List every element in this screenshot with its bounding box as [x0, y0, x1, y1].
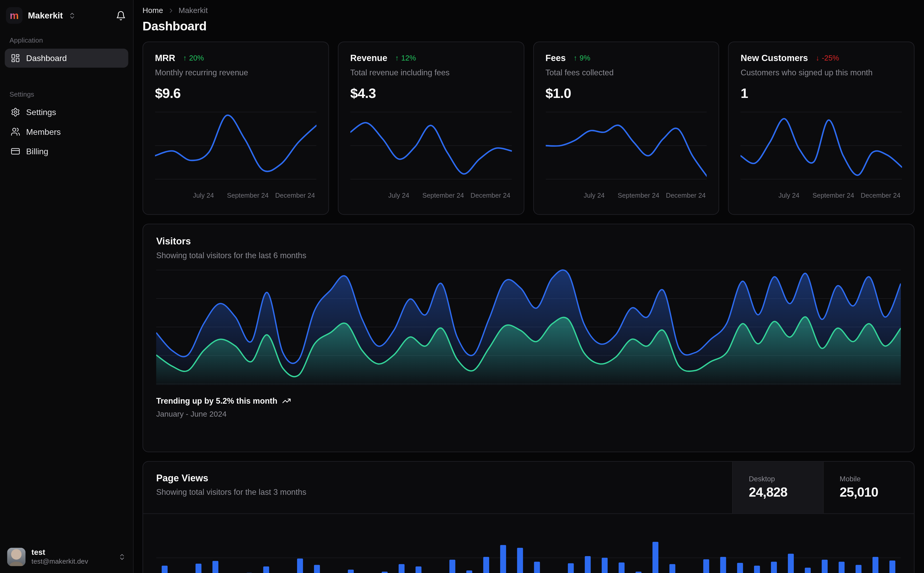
toggle-mobile-label: Mobile: [840, 475, 914, 483]
user-menu[interactable]: test test@makerkit.dev: [0, 540, 133, 573]
notifications-bell-icon[interactable]: [116, 10, 126, 20]
chevrons-up-down-icon: [68, 12, 76, 19]
users-icon: [11, 127, 20, 137]
page-views-titles: Page Views Showing total visitors for th…: [143, 462, 306, 513]
user-name: test: [31, 548, 88, 557]
user-email: test@makerkit.dev: [31, 557, 88, 566]
trend-badge: ↑20%: [183, 54, 204, 62]
stat-title: MRR: [155, 53, 175, 63]
trend-badge: ↓-25%: [816, 54, 839, 62]
chevron-right-icon: [167, 7, 174, 14]
stat-card-fees: Fees ↑9% Total fees collected $1.0 July …: [533, 42, 720, 215]
section-label-application: Application: [0, 30, 133, 48]
stat-card-new-customers: New Customers ↓-25% Customers who signed…: [728, 42, 915, 215]
visitors-footer-range: January - June 2024: [156, 409, 901, 418]
svg-text:July 24: July 24: [388, 192, 409, 199]
stat-subtitle: Customers who signed up this month: [741, 68, 902, 77]
stat-subtitle: Monthly recurring revenue: [155, 68, 316, 77]
page-views-subtitle: Showing total visitors for the last 3 mo…: [156, 488, 306, 496]
toggle-desktop[interactable]: Desktop 24,828: [732, 462, 823, 513]
arrow-up-icon: ↑: [573, 54, 577, 62]
page-views-chart-area: [143, 514, 914, 573]
gear-icon: [11, 108, 20, 117]
breadcrumb-current: Makerkit: [179, 6, 208, 15]
trend-badge: ↑12%: [395, 54, 416, 62]
stat-title: Revenue: [350, 53, 387, 63]
stat-title: Fees: [545, 53, 566, 63]
breadcrumb: Home Makerkit: [143, 6, 915, 15]
breadcrumb-home[interactable]: Home: [143, 6, 163, 15]
svg-text:July 24: July 24: [193, 192, 214, 199]
sidebar-item-label: Dashboard: [26, 53, 67, 63]
stat-subtitle: Total fees collected: [545, 68, 707, 77]
svg-text:December 24: December 24: [275, 192, 315, 199]
trending-up-icon: [282, 396, 291, 405]
svg-text:July 24: July 24: [583, 192, 604, 199]
page-views-bar-chart: [156, 515, 901, 573]
stat-value: $1.0: [545, 85, 707, 102]
toggle-desktop-value: 24,828: [749, 485, 823, 500]
user-info: test test@makerkit.dev: [31, 548, 88, 566]
sidebar-item-dashboard[interactable]: Dashboard: [5, 49, 128, 67]
svg-text:December 24: December 24: [666, 192, 705, 199]
toggle-mobile[interactable]: Mobile 25,010: [823, 462, 914, 513]
svg-text:September 24: September 24: [617, 192, 659, 199]
arrow-up-icon: ↑: [183, 54, 187, 62]
stat-value: $9.6: [155, 85, 316, 102]
toggle-mobile-value: 25,010: [840, 485, 914, 500]
sidebar-item-billing[interactable]: Billing: [5, 142, 128, 161]
new-customers-sparkline-chart: July 24September 24December 24: [741, 106, 902, 204]
stat-subtitle: Total revenue including fees: [350, 68, 511, 77]
arrow-up-icon: ↑: [395, 54, 399, 62]
visitors-footer-trend: Trending up by 5.2% this month: [156, 396, 901, 405]
svg-text:September 24: September 24: [227, 192, 268, 199]
section-label-settings: Settings: [0, 84, 133, 102]
arrow-down-icon: ↓: [816, 54, 819, 62]
stat-title: New Customers: [741, 53, 808, 63]
visitors-area-chart: [156, 269, 901, 385]
toggle-desktop-label: Desktop: [749, 475, 823, 483]
revenue-sparkline-chart: July 24September 24December 24: [350, 106, 511, 204]
stat-value: $4.3: [350, 85, 511, 102]
stat-cards-row: MRR ↑20% Monthly recurring revenue $9.6 …: [143, 42, 915, 215]
stat-card-mrr: MRR ↑20% Monthly recurring revenue $9.6 …: [143, 42, 329, 215]
sidebar-item-members[interactable]: Members: [5, 122, 128, 141]
svg-text:December 24: December 24: [471, 192, 510, 199]
trend-badge: ↑9%: [573, 54, 590, 62]
app: m Makerkit Application Dashboard Setting…: [0, 0, 924, 573]
svg-text:December 24: December 24: [861, 192, 900, 199]
page-views-title: Page Views: [156, 473, 306, 484]
spacer: [0, 68, 133, 84]
main-content: Home Makerkit Dashboard MRR ↑20% Monthly…: [134, 0, 924, 573]
visitors-title: Visitors: [156, 236, 901, 247]
sidebar-item-label: Settings: [26, 108, 56, 117]
visitors-subtitle: Showing total visitors for the last 6 mo…: [156, 251, 901, 260]
sidebar-item-settings[interactable]: Settings: [5, 103, 128, 122]
mrr-sparkline-chart: July 24September 24December 24: [155, 106, 316, 204]
sidebar: m Makerkit Application Dashboard Setting…: [0, 0, 133, 573]
svg-text:July 24: July 24: [778, 192, 800, 199]
page-views-card: Page Views Showing total visitors for th…: [143, 461, 915, 573]
credit-card-icon: [11, 147, 20, 156]
svg-text:September 24: September 24: [813, 192, 854, 199]
page-views-header: Page Views Showing total visitors for th…: [143, 462, 914, 514]
visitors-card: Visitors Showing total visitors for the …: [143, 224, 915, 452]
fees-sparkline-chart: July 24September 24December 24: [545, 106, 707, 204]
stat-value: 1: [741, 85, 902, 102]
user-avatar: [7, 548, 25, 566]
sidebar-item-label: Members: [26, 127, 61, 137]
stat-card-revenue: Revenue ↑12% Total revenue including fee…: [337, 42, 524, 215]
chevrons-up-down-icon: [118, 553, 126, 561]
workspace-switcher[interactable]: m Makerkit: [0, 0, 133, 30]
layout-dashboard-icon: [11, 53, 20, 63]
svg-text:September 24: September 24: [422, 192, 464, 199]
sidebar-item-label: Billing: [26, 147, 49, 156]
makerkit-logo: m: [6, 7, 23, 23]
workspace-name: Makerkit: [28, 11, 63, 20]
page-title: Dashboard: [143, 19, 915, 33]
